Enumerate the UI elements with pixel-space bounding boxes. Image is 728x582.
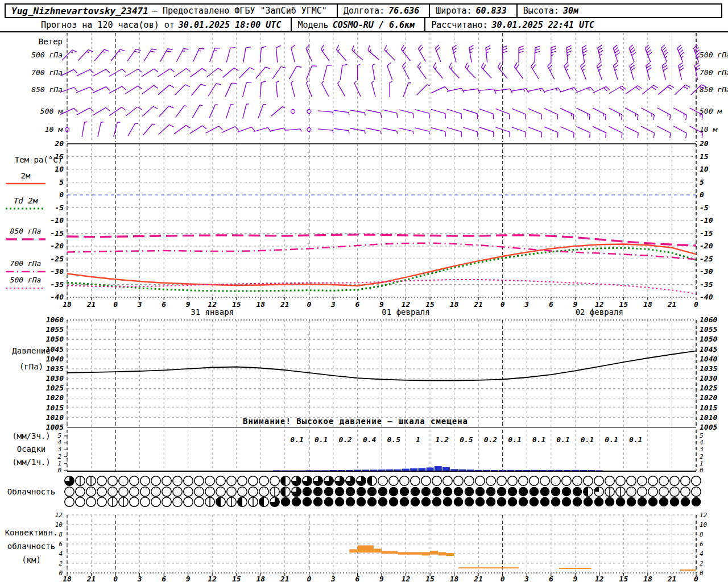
svg-text:-15: -15 [700,229,713,238]
svg-text:1020: 1020 [46,393,64,402]
svg-text:1035: 1035 [46,364,64,373]
conv-bars [349,546,696,571]
svg-text:8: 8 [700,531,704,538]
precip-bars [273,466,603,471]
svg-text:1060: 1060 [700,315,717,324]
svg-text:18: 18 [450,300,459,309]
svg-text:6: 6 [549,300,553,309]
time-axis-mid: 1821036912151821036912151821036912151821… [63,300,698,317]
svg-text:-25: -25 [700,255,713,263]
svg-text:18: 18 [256,575,265,582]
svg-text:1025: 1025 [700,384,717,392]
svg-text:1: 1 [57,460,61,467]
svg-text:1025: 1025 [46,384,64,392]
svg-text:-40: -40 [700,293,713,301]
svg-text:4: 4 [700,439,704,446]
svg-text:0: 0 [700,467,704,474]
svg-text:1030: 1030 [700,374,717,383]
wind-barbs-row-0 [62,45,700,63]
svg-text:31 января: 31 января [191,307,234,317]
svg-text:-10: -10 [700,216,713,225]
svg-text:5: 5 [59,178,64,186]
svg-text:3: 3 [524,300,529,309]
svg-text:5: 5 [700,432,704,439]
svg-text:0.5: 0.5 [460,435,473,444]
svg-text:21: 21 [667,575,677,582]
svg-text:21: 21 [280,300,289,309]
svg-text:1035: 1035 [700,364,717,373]
svg-text:15: 15 [232,575,241,582]
svg-text:1: 1 [416,435,420,444]
svg-text:1030: 1030 [46,374,64,383]
chart-canvas: 2020151510105500-5-5-10-10-15-15-20-20-2… [0,0,728,582]
svg-text:6: 6 [162,575,166,582]
svg-text:12: 12 [208,575,217,582]
svg-text:6: 6 [549,575,553,582]
svg-text:1050: 1050 [46,335,64,343]
svg-text:18: 18 [643,575,652,582]
svg-text:1010: 1010 [46,413,64,422]
svg-text:12: 12 [55,512,63,519]
wind-barbs-row-1 [60,63,700,80]
svg-text:1055: 1055 [46,325,64,334]
svg-text:21: 21 [280,575,289,582]
svg-text:0.1: 0.1 [315,435,328,444]
svg-text:3: 3 [330,575,336,582]
svg-text:-15: -15 [51,229,64,238]
svg-text:20: 20 [54,139,64,148]
svg-text:0: 0 [113,575,118,582]
svg-text:15: 15 [425,575,435,582]
svg-text:0: 0 [700,190,704,199]
svg-text:9: 9 [186,300,191,309]
svg-text:-20: -20 [700,242,713,250]
svg-text:02 февраля: 02 февраля [576,307,623,317]
svg-text:15: 15 [700,152,709,161]
wind-barbs-row-4 [65,122,703,138]
svg-text:3: 3 [57,446,61,453]
svg-text:0: 0 [500,300,505,309]
svg-text:0: 0 [700,569,704,577]
svg-text:2: 2 [59,560,63,567]
svg-text:18: 18 [63,575,72,582]
svg-text:01 февраля: 01 февраля [382,307,429,317]
svg-text:-35: -35 [51,280,64,289]
svg-text:1.2: 1.2 [436,435,449,444]
svg-text:21: 21 [86,575,96,582]
svg-text:21: 21 [473,575,483,582]
pressure-grid: 1060106010551055105010501045104510401040… [46,315,718,431]
svg-text:21: 21 [667,300,677,309]
svg-text:0.1: 0.1 [605,435,618,444]
svg-text:0.1: 0.1 [532,435,545,444]
svg-text:0.1: 0.1 [581,435,594,444]
svg-text:0: 0 [113,300,118,309]
svg-text:2: 2 [700,560,704,567]
svg-text:1040: 1040 [700,355,717,363]
svg-text:2: 2 [57,453,61,460]
wind-barbs-row-2 [60,81,706,98]
temp-legend-samples [6,184,46,288]
svg-text:21: 21 [86,300,96,309]
svg-text:5: 5 [700,178,704,186]
svg-text:1060: 1060 [46,315,64,324]
svg-text:1045: 1045 [700,345,717,354]
cloud-symbols [65,476,701,507]
svg-text:9: 9 [573,575,577,582]
svg-text:0.1: 0.1 [508,435,521,444]
svg-text:15: 15 [55,152,64,161]
svg-text:10: 10 [700,165,709,173]
svg-text:1015: 1015 [700,404,717,412]
svg-text:0.2: 0.2 [484,435,498,444]
svg-text:3: 3 [137,300,142,309]
svg-text:18: 18 [643,300,652,309]
svg-text:0: 0 [59,190,64,199]
svg-text:3: 3 [330,300,336,309]
svg-text:6: 6 [355,300,360,309]
precip-3h-values: 0.10.10.20.40.511.20.50.20.10.10.10.10.1… [290,435,642,444]
svg-text:21: 21 [473,300,483,309]
svg-text:10: 10 [55,165,64,173]
svg-text:12: 12 [402,575,411,582]
svg-text:2: 2 [700,453,704,460]
svg-text:12: 12 [700,512,708,519]
svg-text:0.2: 0.2 [338,435,352,444]
svg-text:1010: 1010 [700,413,717,422]
